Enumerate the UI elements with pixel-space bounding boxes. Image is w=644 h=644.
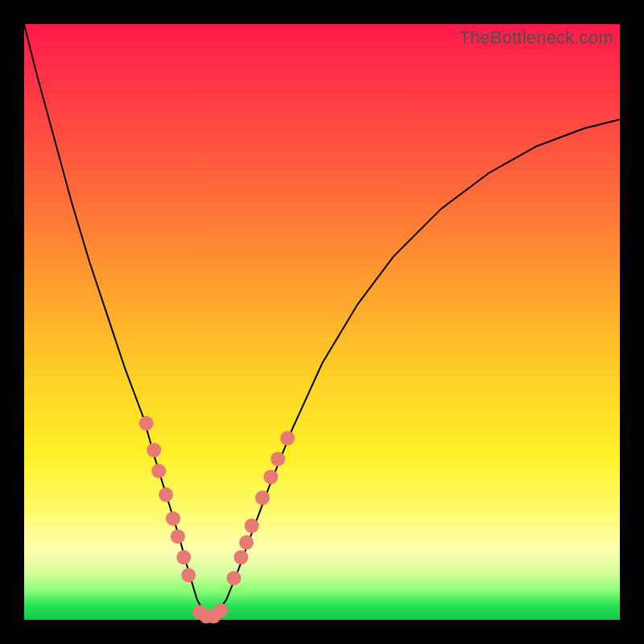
- marker-dot: [263, 469, 278, 484]
- marker-dot: [227, 571, 242, 585]
- marker-dot: [239, 535, 254, 550]
- marker-dot: [213, 603, 228, 617]
- marker-dot: [159, 488, 173, 502]
- bottleneck-curve: [24, 24, 620, 617]
- marker-dot: [255, 490, 270, 505]
- marker-dot: [280, 431, 295, 445]
- marker-dot: [139, 416, 154, 431]
- curve-svg: [24, 24, 620, 620]
- marker-dot: [233, 550, 248, 564]
- marker-dot: [176, 550, 191, 564]
- chart-frame: TheBottleneck.com: [0, 0, 644, 644]
- marker-dot: [270, 452, 285, 466]
- marker-dot: [181, 568, 196, 583]
- marker-dot: [171, 529, 185, 543]
- dots-group: [139, 416, 295, 624]
- curve-group: [24, 24, 620, 617]
- marker-dot: [166, 511, 180, 526]
- plot-area: TheBottleneck.com: [24, 24, 620, 620]
- marker-dot: [147, 443, 161, 457]
- marker-dot: [245, 518, 259, 533]
- marker-dot: [151, 464, 166, 478]
